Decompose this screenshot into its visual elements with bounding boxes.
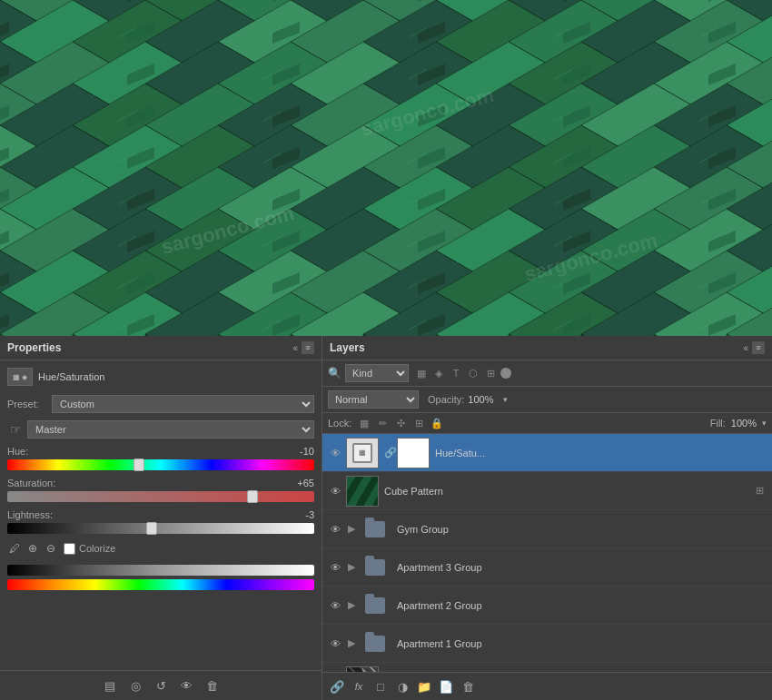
lightness-thumb[interactable]: [146, 522, 157, 535]
layer-name: Hue/Satu...: [435, 448, 767, 458]
layer-expand-icon[interactable]: ▶: [346, 600, 357, 611]
layers-link-btn[interactable]: 🔗: [328, 677, 346, 695]
props-delete-btn[interactable]: 🗑: [203, 676, 221, 695]
opacity-label: Opacity:: [428, 394, 464, 405]
saturation-slider-group: Saturation: +65: [7, 478, 314, 502]
layers-folder-btn[interactable]: 📁: [415, 677, 433, 695]
lock-label: Lock:: [328, 418, 351, 429]
layer-visibility-icon[interactable]: 👁: [328, 636, 342, 651]
colorize-checkbox-label[interactable]: Colorize: [64, 543, 115, 555]
layers-collapse-btn[interactable]: «: [743, 343, 748, 353]
filter-pixel-icon[interactable]: ▦: [414, 366, 429, 380]
layer-visibility-icon[interactable]: 👁: [328, 446, 342, 460]
eyedropper-icon[interactable]: 🖊: [7, 541, 22, 556]
hue-value: -10: [287, 446, 314, 457]
layer-visibility-icon[interactable]: 👁: [328, 484, 342, 498]
iso-canvas: sargonco.com sargonco.com sargonco.com: [0, 0, 772, 336]
layer-name: Apartment 2 Group: [397, 600, 767, 611]
saturation-track[interactable]: [7, 491, 314, 502]
lock-move-icon[interactable]: ✣: [393, 416, 408, 430]
layers-menu-btn[interactable]: ≡: [752, 341, 765, 354]
preset-dropdown[interactable]: Custom: [52, 395, 314, 413]
colorize-checkbox[interactable]: [64, 543, 75, 555]
layers-mask-btn[interactable]: □: [371, 677, 390, 695]
saturation-label: Saturation:: [7, 478, 55, 488]
layer-item[interactable]: 👁 ▶ Apartment 3 Group: [322, 548, 772, 587]
hue-sat-label: Hue/Saturation: [38, 371, 104, 382]
lightness-track[interactable]: [7, 523, 314, 534]
folder-thumbnail: [359, 514, 391, 545]
fill-arrow[interactable]: ▾: [762, 419, 767, 428]
grayscale-gradient-bar: [7, 565, 314, 576]
props-visibility-btn[interactable]: 👁: [177, 676, 195, 695]
colorize-row: 🖊 ⊕ ⊖ Colorize: [7, 541, 314, 556]
hue-sat-mask-thumbnail: [397, 438, 430, 468]
lightness-label: Lightness:: [7, 509, 53, 520]
lock-checkerboard-icon[interactable]: ▦: [357, 416, 371, 430]
eyedropper-icons: 🖊 ⊕ ⊖: [7, 541, 58, 556]
eyedropper-plus-icon[interactable]: ⊕: [25, 541, 40, 556]
lock-all-icon[interactable]: 🔒: [430, 416, 444, 430]
canvas-area: sargonco.com sargonco.com sargonco.com: [0, 0, 772, 336]
layer-visibility-icon[interactable]: 👁: [328, 522, 342, 537]
saturation-thumb[interactable]: [247, 490, 258, 503]
channel-row: ☞ Master: [7, 420, 314, 439]
lock-brush-icon[interactable]: ✏: [375, 416, 390, 430]
layers-delete-btn[interactable]: 🗑: [459, 677, 477, 695]
hue-thumb[interactable]: [134, 458, 144, 471]
opacity-arrow[interactable]: ▾: [503, 395, 508, 404]
layer-item[interactable]: 👁 ▶ Apartment 1 Group: [322, 625, 772, 663]
layers-adjustment-btn[interactable]: ◑: [393, 677, 411, 695]
spectrum-gradient-bar: [7, 579, 314, 590]
channel-dropdown[interactable]: Master: [27, 420, 314, 439]
layers-controls: « ≡: [743, 341, 765, 354]
layer-name: Apartment 1 Group: [397, 638, 767, 649]
layer-expand-icon[interactable]: ▶: [346, 524, 357, 535]
layer-name: Cube Pattern: [384, 486, 752, 497]
hue-sat-thumbnail: ▦: [346, 438, 379, 468]
hue-sat-header: ▦ ◈ Hue/Saturation: [7, 368, 314, 386]
opacity-value: 100%: [468, 394, 500, 405]
layers-bottom-toolbar: 🔗 fx □ ◑ 📁 📄 🗑: [322, 672, 772, 700]
layer-expand-icon[interactable]: ▶: [346, 562, 357, 573]
filter-type-icon[interactable]: T: [449, 366, 463, 380]
fill-value: 100%: [731, 418, 757, 429]
layer-link-icon: 🔗: [384, 438, 397, 468]
fill-label: Fill:: [710, 418, 726, 429]
properties-title: Properties: [7, 341, 61, 354]
properties-panel: Properties « ≡ ▦ ◈ Hue/Saturation Preset…: [0, 336, 322, 700]
preset-row: Preset: Custom: [7, 395, 314, 413]
lock-artboard-icon[interactable]: ⊞: [411, 416, 426, 430]
properties-menu-btn[interactable]: ≡: [302, 341, 314, 354]
layers-filter-bar: 🔍 Kind ▦ ◈ T ⬡ ⊞: [322, 360, 772, 387]
layer-name: Gym Group: [397, 524, 767, 535]
layer-item[interactable]: 👁 ▦ 🔗 Hue/Satu...: [322, 434, 772, 472]
layer-visibility-icon[interactable]: 👁: [328, 560, 342, 575]
layer-item[interactable]: 👁 Cube copy 3: [322, 663, 772, 672]
blend-opacity-bar: Normal Opacity: 100% ▾: [322, 387, 772, 413]
eyedropper-minus-icon[interactable]: ⊖: [44, 541, 58, 556]
properties-content: ▦ ◈ Hue/Saturation Preset: Custom ☞ Mast…: [0, 360, 322, 670]
layer-item[interactable]: 👁 ▶ Gym Group: [322, 510, 772, 548]
blend-mode-dropdown[interactable]: Normal: [328, 390, 419, 409]
filter-active-indicator[interactable]: [500, 368, 511, 379]
layers-fx-btn[interactable]: fx: [350, 677, 368, 695]
filter-smart-icon[interactable]: ⊞: [483, 366, 498, 380]
folder-thumbnail: [359, 590, 391, 621]
colorize-label: Colorize: [79, 543, 115, 554]
layer-item[interactable]: 👁 ▶ Apartment 2 Group: [322, 587, 772, 625]
props-reset-btn[interactable]: ↺: [152, 676, 170, 695]
layer-expand-icon[interactable]: ▶: [346, 638, 357, 649]
props-clipboard-btn[interactable]: ▤: [101, 676, 119, 695]
filter-shape-icon[interactable]: ⬡: [466, 366, 480, 380]
layers-new-btn[interactable]: 📄: [437, 677, 455, 695]
saturation-label-row: Saturation: +65: [7, 478, 314, 488]
props-eye-btn[interactable]: ◎: [126, 676, 144, 695]
layer-visibility-icon[interactable]: 👁: [328, 598, 342, 613]
properties-collapse-btn[interactable]: «: [292, 343, 298, 353]
hue-track[interactable]: [7, 459, 314, 470]
lightness-label-row: Lightness: -3: [7, 509, 314, 520]
layers-filter-dropdown[interactable]: Kind: [345, 364, 409, 382]
filter-adjustment-icon[interactable]: ◈: [431, 366, 446, 380]
layer-item[interactable]: 👁 Cube Pattern ⊞: [322, 472, 772, 510]
